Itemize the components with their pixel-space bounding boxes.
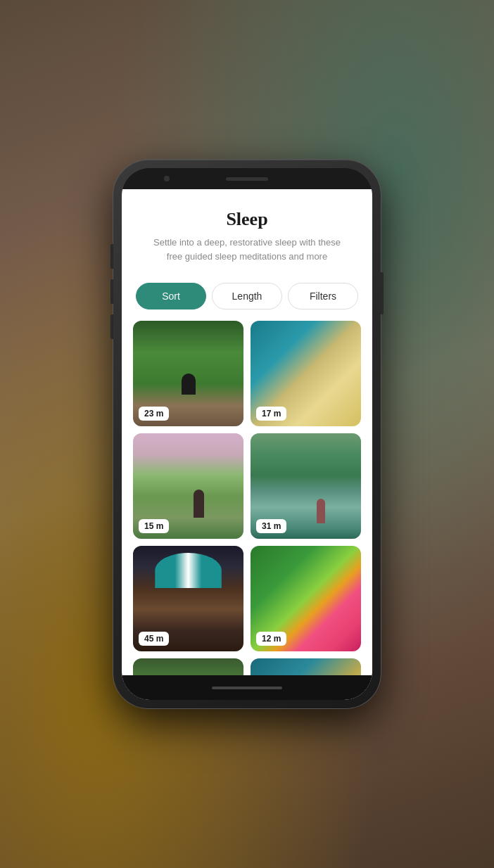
filters-button[interactable]: Filters [288, 283, 358, 309]
phone-frame: Sleep Settle into a deep, restorative sl… [113, 160, 381, 708]
media-grid: 23 m 17 m 15 m 31 m [122, 321, 372, 700]
filter-bar: Sort Length Filters [122, 274, 372, 321]
duration-badge-3: 15 m [139, 519, 169, 533]
phone-bottom-bar [122, 675, 372, 700]
grid-item-5[interactable]: 45 m [133, 546, 243, 651]
phone-speaker [226, 177, 268, 181]
phone-inner: Sleep Settle into a deep, restorative sl… [122, 168, 372, 700]
phone-camera [164, 176, 170, 181]
home-indicator [212, 687, 282, 689]
length-button[interactable]: Length [212, 283, 282, 309]
app-header: Sleep Settle into a deep, restorative sl… [122, 189, 372, 274]
grid-item-4[interactable]: 31 m [251, 433, 361, 539]
sort-button[interactable]: Sort [136, 283, 206, 309]
phone-top-bar [122, 168, 372, 189]
grid-item-2[interactable]: 17 m [251, 321, 361, 426]
phone-device: Sleep Settle into a deep, restorative sl… [113, 160, 381, 708]
app-content: Sleep Settle into a deep, restorative sl… [122, 189, 372, 700]
duration-badge-1: 23 m [139, 407, 169, 421]
page-title: Sleep [136, 209, 358, 230]
page-subtitle: Settle into a deep, restorative sleep wi… [136, 236, 358, 263]
duration-badge-5: 45 m [139, 632, 169, 646]
grid-item-3[interactable]: 15 m [133, 433, 243, 539]
phone-screen: Sleep Settle into a deep, restorative sl… [122, 189, 372, 700]
duration-badge-4: 31 m [256, 519, 286, 533]
grid-item-1[interactable]: 23 m [133, 321, 243, 426]
duration-badge-6: 12 m [256, 632, 286, 646]
duration-badge-2: 17 m [256, 407, 286, 421]
grid-item-6[interactable]: 12 m [251, 546, 361, 651]
